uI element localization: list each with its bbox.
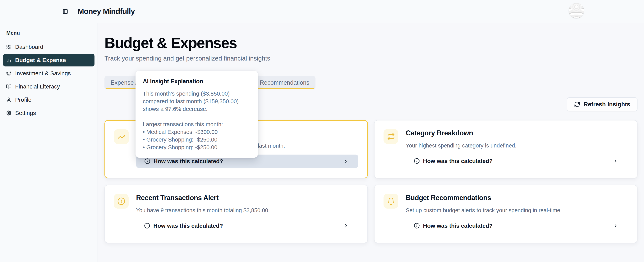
refresh-insights-label: Refresh Insights [584, 101, 630, 108]
book-open-icon [6, 84, 12, 89]
sidebar-item-dashboard[interactable]: Dashboard [3, 41, 94, 53]
card-body: Recent Transactions Alert You have 9 tra… [136, 194, 358, 243]
refresh-icon [574, 101, 580, 107]
card-recent-transactions-alert: Recent Transactions Alert You have 9 tra… [104, 185, 368, 243]
sidebar-item-label: Settings [15, 110, 36, 116]
card-budget-recommendations: Budget Recommendations Set up custom bud… [374, 185, 638, 243]
sidebar-toggle-button[interactable] [63, 9, 68, 14]
card-body: Budget Recommendations Set up custom bud… [406, 194, 628, 243]
tooltip-title: AI Insight Explanation [143, 78, 250, 85]
avatar[interactable] [569, 3, 584, 18]
card-title: Recent Transactions Alert [136, 194, 358, 202]
ai-insight-tooltip: AI Insight Explanation This month's spen… [136, 71, 258, 158]
info-icon [414, 158, 420, 164]
sidebar-item-label: Profile [15, 96, 32, 103]
piggy-bank-icon [6, 71, 12, 76]
card-description: Your highest spending category is undefi… [406, 142, 628, 149]
sidebar-item-label: Financial Literacy [15, 83, 60, 90]
tooltip-paragraph: This month's spending ($3,850.00) compar… [143, 90, 250, 113]
info-icon [144, 158, 150, 164]
how-calculated-label: How was this calculated? [154, 158, 223, 165]
chevron-right-icon [343, 159, 348, 164]
page-subtitle: Track your spending and get personalized… [104, 54, 638, 62]
card-description: You have 9 transactions this month total… [136, 207, 358, 214]
app-header: Money Mindfully [0, 0, 644, 23]
layout-dashboard-icon [6, 44, 12, 50]
how-calculated-label: How was this calculated? [423, 158, 492, 164]
how-calculated-button[interactable]: How was this calculated? [406, 219, 628, 232]
user-icon [6, 97, 12, 102]
sidebar-item-profile[interactable]: Profile [3, 93, 94, 106]
tooltip-bullet: • Medical Expenses: -$300.00 [143, 128, 250, 136]
sidebar-item-investment-savings[interactable]: Investment & Savings [3, 67, 94, 80]
bell-icon [387, 197, 395, 205]
sidebar-item-label: Investment & Savings [15, 70, 71, 77]
sidebar-item-label: Budget & Expense [15, 57, 66, 63]
sidebar-item-financial-literacy[interactable]: Financial Literacy [3, 80, 94, 93]
gear-icon [6, 110, 12, 116]
card-icon-box [384, 129, 398, 144]
sidebar-section-label: Menu [6, 30, 98, 36]
card-title: Budget Recommendations [406, 194, 628, 202]
card-icon-box [114, 129, 129, 144]
how-calculated-label: How was this calculated? [153, 223, 223, 229]
card-body: Category Breakdown Your highest spending… [406, 129, 628, 178]
card-category-breakdown: Category Breakdown Your highest spending… [374, 120, 638, 178]
repeat-icon [387, 133, 395, 141]
panel-left-icon [63, 9, 68, 14]
sidebar-item-settings[interactable]: Settings [3, 107, 94, 119]
trending-up-icon [118, 133, 126, 141]
card-description: Set up custom budget alerts to track you… [406, 207, 628, 214]
tooltip-bullet: • Grocery Shopping: -$250.00 [143, 136, 250, 143]
sidebar-item-label: Dashboard [15, 44, 43, 50]
how-calculated-button[interactable]: How was this calculated? [406, 154, 628, 168]
card-icon-box [114, 194, 128, 209]
bar-chart-icon [6, 57, 12, 63]
app-title: Money Mindfully [78, 7, 135, 16]
how-calculated-label: How was this calculated? [423, 223, 492, 229]
sidebar-nav: Dashboard Budget & Expense Investment & … [0, 41, 98, 119]
sidebar-item-budget-expense[interactable]: Budget & Expense [3, 54, 94, 66]
tooltip-list-intro: Largest transactions this month: [143, 120, 250, 128]
how-calculated-button[interactable]: How was this calculated? [136, 219, 358, 232]
card-icon-box [384, 194, 398, 209]
page-title: Budget & Expenses [104, 35, 638, 51]
sidebar: Menu Dashboard Budget & Expense Investme… [0, 23, 98, 262]
info-icon [144, 223, 150, 229]
chevron-right-icon [613, 223, 618, 229]
chevron-right-icon [343, 223, 349, 229]
chevron-right-icon [613, 158, 618, 164]
card-title: Category Breakdown [406, 129, 628, 137]
tooltip-bullet: • Grocery Shopping: -$250.00 [143, 143, 250, 151]
alert-circle-icon [117, 197, 125, 205]
info-icon [414, 223, 420, 229]
refresh-insights-button[interactable]: Refresh Insights [567, 97, 638, 111]
